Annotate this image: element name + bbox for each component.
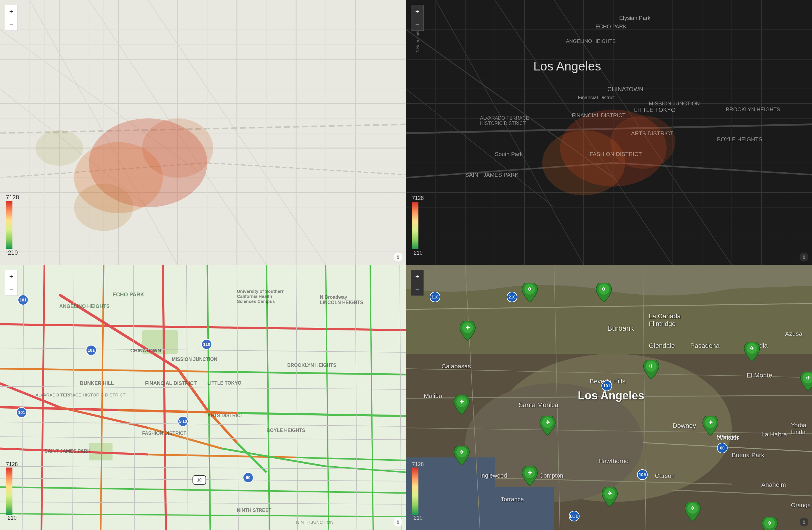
echo-park-bl: ECHO PARK [113,292,144,298]
echo-park-tr: ECHO PARK [596,24,627,30]
calabasas-br: Calabasas [441,363,471,370]
svg-line-88 [207,372,406,374]
panel-bottom-left: ECHO PARK ANGELINO HEIGHTS CHINATOWN MIS… [0,265,406,530]
svg-text:✈: ✈ [608,491,612,497]
zoom-controls-bl: + − [5,270,18,296]
svg-line-107 [237,443,266,472]
shield-10-bl: 10 [192,475,206,485]
legend-br: 7128 -210 [412,461,424,521]
svg-line-122 [133,265,135,530]
svg-text:✈: ✈ [528,470,532,476]
airport-marker-6: ✈ [453,395,470,415]
anaheim-br: Anaheim [762,481,786,488]
svg-point-42 [142,118,213,178]
financial-bl: FINANCIAL DISTRICT [145,381,197,386]
legend-bl: 7128 -210 [6,461,18,521]
svg-line-115 [0,422,406,426]
svg-text:✈: ✈ [460,399,464,405]
legend-min-tl: -210 [6,249,18,256]
airport-marker-13: ✈ [762,517,778,530]
carson-br: Carson [655,472,675,480]
little-tokyo-bl: LITTLE TOKYO [207,381,241,386]
svg-rect-85 [89,443,113,460]
zoom-in-btn-br[interactable]: + [411,270,424,283]
svg-line-124 [237,265,238,530]
downey-br: Downey [672,422,696,430]
svg-line-90 [118,410,237,413]
hawthorne-br: Hawthorne [598,457,629,465]
svg-line-99 [163,265,166,530]
azusa-br: Azusa [785,330,802,337]
airport-marker-2: ✈ [596,283,612,302]
shield-105-br: 105 [637,469,648,480]
zoom-in-btn-bl[interactable]: + [5,270,18,283]
south-park-tr: South Park [495,151,523,158]
fashion-bl: FASHION DISTRICT [142,431,186,436]
zoom-controls-br: + − [411,270,424,296]
legend-bar-tr [412,202,418,249]
svg-line-112 [326,466,406,472]
alvarado-bl: ALVARADO TERRACE HISTORIC DISTRICT [35,392,126,397]
compton-br: Compton [539,472,563,479]
little-tokyo-tr: LITTLE TOKYO [634,107,676,114]
info-btn-tr[interactable]: ℹ [800,253,809,262]
glendale-br: Glendale [649,342,675,350]
la-habra-br: La Habra [762,431,787,438]
svg-text:✈: ✈ [460,449,464,455]
buena-park-br: Buena Park [732,452,764,459]
legend-bar-tl [6,201,12,249]
svg-line-114 [0,386,406,389]
zoom-out-btn-tr[interactable]: − [411,18,424,31]
legend-tl: 7128 -210 [6,194,19,256]
svg-text:✈: ✈ [750,345,754,352]
shield-60-br: 60 [717,443,728,453]
zoom-controls-tr: + − [411,5,424,31]
chinatown-bl: CHINATOWN [130,348,161,354]
el-monte-br: El Monte [746,372,772,379]
legend-tr: 7128 -210 [412,195,424,256]
svg-line-86 [0,324,406,330]
la-label-br: Los Angeles [578,389,644,402]
svg-text:✈: ✈ [602,286,606,292]
zoom-controls-tl: + − [5,5,18,31]
ninth-junction-bl: NINTH JUNCTION [296,520,333,525]
boyle-bl: BOYLE HEIGHTS [266,428,305,433]
panel-top-right: Los Angeles Elysian Park ECHO PARK ANGEL… [406,0,812,265]
shield-60-bl: 60 [243,472,253,483]
zoom-in-btn-tr[interactable]: + [411,5,424,18]
legend-max-tl: 7128 [6,194,19,201]
svg-line-127 [400,265,401,530]
svg-line-91 [237,413,406,416]
yorba-linda-br: Yorba Linda [791,422,812,436]
airport-marker-10: ✈ [522,466,538,486]
zoom-out-btn-tl[interactable]: − [5,18,18,31]
airport-marker-4: ✈ [743,342,760,362]
bunker-hill-bl: BUNKER HILL [80,381,114,386]
svg-rect-134 [495,487,554,530]
info-btn-br[interactable]: ℹ [800,518,809,527]
legend-max-bl: 7128 [6,461,18,468]
legend-max-br: 7128 [412,461,424,468]
svg-line-119 [0,502,406,504]
santa-monica-br: Santa Monica [519,401,559,409]
pasadena-br: Pasadena [690,342,720,350]
svg-line-105 [178,369,207,410]
airport-marker-3: ✈ [459,321,476,341]
svg-line-113 [0,348,406,352]
airport-marker-9: ✈ [453,446,470,465]
zoom-out-btn-bl[interactable]: − [5,283,18,296]
n-broadway-bl: N BroadwayLINCOLN HEIGHTS [320,295,363,305]
info-btn-bl[interactable]: ℹ [394,518,403,527]
chinatown-tr: CHINATOWN [607,86,643,93]
shield-lgb-br: LGB [569,511,580,521]
boyle-heights-tr: BOYLE HEIGHTS [717,136,762,143]
svg-point-43 [74,183,133,231]
zoom-in-btn-tl[interactable]: + [5,5,18,18]
info-btn-tl[interactable]: ℹ [394,253,403,262]
financial-dist-tr: FINANCIAL DISTRICT [572,113,625,119]
svg-line-100 [207,265,210,530]
airport-marker-edge: ✈ [800,372,812,391]
zoom-out-btn-br[interactable]: − [411,283,424,296]
svg-text:✈: ✈ [649,363,654,369]
airport-marker-1: ✈ [522,283,538,302]
